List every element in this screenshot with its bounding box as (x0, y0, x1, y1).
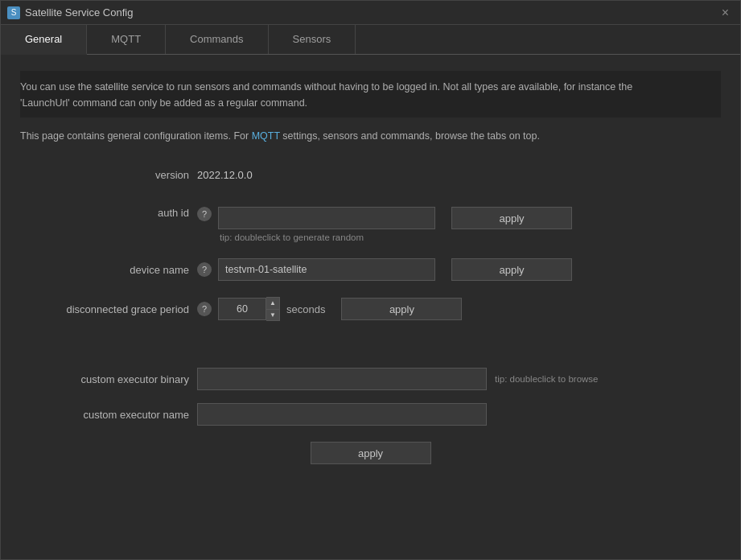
executor-apply-button[interactable]: apply (311, 442, 431, 464)
device-name-help-icon[interactable]: ? (197, 262, 212, 277)
grace-period-input[interactable] (218, 298, 266, 320)
executor-name-row: custom executor name (20, 397, 721, 432)
seconds-label: seconds (286, 303, 325, 315)
auth-id-apply-button[interactable]: apply (451, 207, 572, 229)
device-name-row: device name ? apply (20, 250, 721, 289)
executor-name-label: custom executor name (20, 409, 197, 421)
executor-name-input[interactable] (197, 403, 487, 426)
auth-id-wrapper: apply tip: doubleclick to generate rando… (218, 207, 572, 242)
spinner-up-button[interactable]: ▲ (266, 298, 279, 309)
auth-id-help-icon[interactable]: ? (197, 207, 212, 221)
grace-period-apply-button[interactable]: apply (341, 298, 462, 320)
info-box: You can use the satellite service to run… (20, 71, 721, 117)
executor-binary-tip: tip: doubleclick to browse (495, 374, 598, 384)
version-row: version 2022.12.0.0 (20, 161, 721, 197)
executor-binary-input[interactable] (197, 368, 487, 390)
grace-period-row: disconnected grace period ? ▲ ▼ seconds … (20, 289, 721, 329)
section-description: This page contains general configuration… (20, 130, 721, 142)
auth-id-tip: tip: doubleclick to generate random (220, 233, 572, 242)
grace-period-help-icon[interactable]: ? (197, 302, 212, 316)
version-value: 2022.12.0.0 (197, 169, 253, 181)
info-line2: 'LaunchUrl' command can only be added as… (20, 97, 307, 109)
auth-id-row: auth id ? apply tip: doubleclick to gene… (20, 197, 721, 250)
auth-id-input[interactable] (218, 207, 435, 229)
executor-binary-row: custom executor binary tip: doubleclick … (20, 361, 721, 397)
content-area: You can use the satellite service to run… (1, 55, 740, 559)
spinner-buttons: ▲ ▼ (266, 297, 280, 321)
main-window: S Satellite Service Config × General MQT… (0, 0, 741, 560)
close-button[interactable]: × (717, 4, 734, 22)
info-line1: You can use the satellite service to run… (20, 81, 632, 93)
version-label: version (20, 169, 197, 181)
tab-general[interactable]: General (1, 25, 87, 55)
title-bar: S Satellite Service Config × (1, 1, 740, 25)
auth-id-label: auth id (20, 207, 197, 219)
executor-section: custom executor binary tip: doubleclick … (20, 361, 721, 474)
grace-period-label: disconnected grace period (20, 303, 197, 315)
mqtt-link[interactable]: MQTT (252, 130, 280, 142)
tab-mqtt[interactable]: MQTT (87, 25, 166, 54)
app-icon: S (7, 6, 20, 19)
tabs-bar: General MQTT Commands Sensors (1, 25, 740, 55)
device-name-input[interactable] (218, 258, 435, 281)
device-name-apply-button[interactable]: apply (451, 258, 572, 281)
grace-period-spinner: ▲ ▼ (218, 297, 280, 321)
spinner-down-button[interactable]: ▼ (266, 309, 279, 320)
window-title: Satellite Service Config (25, 6, 133, 19)
auth-id-input-row: apply (218, 207, 572, 229)
title-bar-left: S Satellite Service Config (7, 6, 133, 19)
executor-binary-label: custom executor binary (20, 373, 197, 385)
divider-space (20, 329, 721, 353)
device-name-label: device name (20, 264, 197, 276)
tab-sensors[interactable]: Sensors (269, 25, 356, 54)
tab-commands[interactable]: Commands (166, 25, 268, 54)
executor-apply-row: apply (20, 432, 721, 474)
